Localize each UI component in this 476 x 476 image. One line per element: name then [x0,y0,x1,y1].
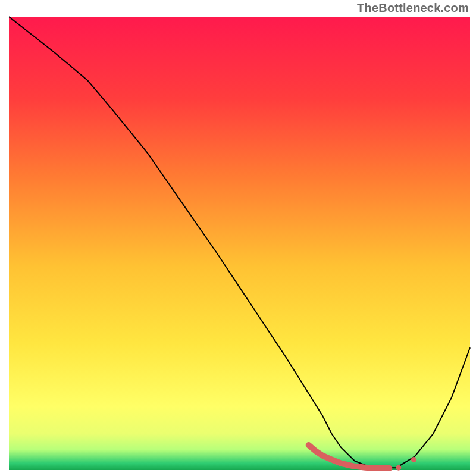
plot-background [9,17,470,470]
highlight-dot-1 [396,465,401,471]
chart-canvas: TheBottleneck.com [0,0,476,476]
chart-svg [0,0,476,476]
highlight-dot-2 [411,457,416,462]
